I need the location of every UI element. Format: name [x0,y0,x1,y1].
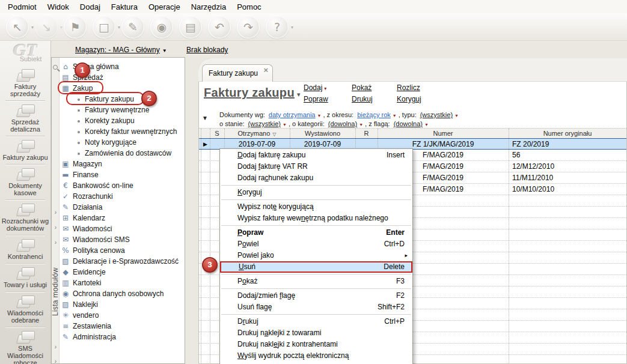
filter-link-wszystkie[interactable]: (wszystkie) [248,120,281,127]
tree-item-faktury-wewnetrzne[interactable]: Faktury wewnętrzne [60,105,185,115]
edit-document-button[interactable]: ✎ [121,16,144,38]
collapse-chevron-icon[interactable]: › [52,358,60,364]
column-header-oryginal[interactable]: Numer oryginału [509,129,626,138]
collapse-chevron-icon[interactable]: › [52,224,60,231]
action-dodaj[interactable]: Dodaj▾ [304,83,352,95]
collapse-chevron-icon[interactable]: › [52,239,60,246]
brak-blokady-link[interactable]: Brak blokady [186,46,228,54]
dropdown-caret-icon[interactable]: ▼ [317,114,321,118]
column-header-sel[interactable] [201,129,210,138]
module-faktury-sprzedazy[interactable]: Fakturysprzedaży [0,67,50,99]
action-drukuj[interactable]: Drukuj [352,95,397,106]
menu-item-usun[interactable]: UsuńDelete [220,261,412,273]
tree-item-administracja[interactable]: ✎Administracja [60,332,185,342]
tree-item-vendero[interactable]: ✳vendero [60,310,185,321]
module-dokumenty-kasowe[interactable]: Dokumentykasowe [0,166,50,198]
module-kontrahenci[interactable]: Kontrahenci [0,237,50,262]
dropdown-caret-icon[interactable]: ▼ [424,123,429,127]
action-koryguj[interactable]: Koryguj [397,95,439,106]
module-rozrachunki-wg-dokumentow[interactable]: Rozrachunki wgdokumentów [0,202,50,234]
tree-item-ochrona-danych-osobowych[interactable]: ◉Ochrona danych osobowych [60,288,185,299]
dropdown-caret-icon[interactable]: ▾ [31,25,34,30]
menu-item-wypisz-fakture-wewnetrzna-podatku-naleznego[interactable]: Wypisz fakturę wewnętrzną podatku należn… [220,213,412,224]
tree-item-kalendarz[interactable]: ⊞Kalendarz [60,213,185,223]
stamp-button[interactable]: ◉ [150,16,173,38]
menu-item-koryguj[interactable]: Koryguj [220,187,412,198]
tree-item-zestawienia[interactable]: ≡Zestawienia [60,321,185,332]
menubar-item-widok[interactable]: Widok [42,2,75,11]
receive-document-button[interactable]: ↷ [237,16,260,38]
action-pokaz[interactable]: Pokaż [352,83,397,95]
dropdown-caret-icon[interactable]: ▼ [283,123,287,127]
close-icon[interactable]: × [263,65,268,74]
tree-item-dzialania[interactable]: ✎Działania [60,202,185,213]
menu-item-drukuj[interactable]: DrukujCtrl+P [220,316,412,327]
tree-item-ewidencje[interactable]: ◆Ewidencje [60,267,185,278]
menu-item-dodaj-rachunek-zakupu[interactable]: Dodaj rachunek zakupu [220,172,412,184]
action-popraw[interactable]: Popraw [304,95,352,106]
menubar-item-pomoc[interactable]: Pomoc [231,2,266,11]
magazyn-selector-link[interactable]: Magazyn: - MAG - Główny▼ [75,46,167,54]
menu-item-dodaj-zmien-flage[interactable]: Dodaj/zmień flagęF2 [220,290,412,302]
filter-expander-icon[interactable]: ▼ [202,115,208,121]
menu-item-drukuj-naklejki-z-kontrahentami[interactable]: Drukuj naklejki z kontrahentami [220,339,412,350]
tree-item-deklaracje-i-e-sprawozdawczosc[interactable]: ▧Deklaracje i e-Sprawozdawczość [60,256,185,267]
dropdown-caret-icon[interactable]: ▾ [118,25,120,30]
pin-icon[interactable] [53,65,60,71]
tree-item-wiadomosci-sms[interactable]: ✉Wiadomości SMS [60,234,185,245]
menu-item-wyslij-wydruk-poczta-elektroniczna[interactable]: Wyślij wydruk pocztą elektroniczną [220,350,412,362]
column-header-r[interactable]: R [355,129,378,138]
menu-item-drukuj-naklejki-z-towarami[interactable]: Drukuj naklejki z towarami [220,327,412,339]
collapse-chevron-icon[interactable]: › [52,209,60,216]
help-button[interactable]: ?▾ [266,16,289,38]
tab-faktury-zakupu[interactable]: Faktury zakupu × [202,64,273,82]
column-header-wystawiono[interactable]: Wystawiono [290,129,355,138]
tree-item-noty-korygujace[interactable]: Noty korygujące [60,137,185,148]
action-rozlicz[interactable]: Rozlicz [397,83,439,95]
print-button[interactable]: ▤ [179,16,202,38]
menu-item-dodaj-fakture-zakupu[interactable]: Dodaj fakturę zakupuInsert [220,150,412,161]
new-document-button[interactable]: □▾ [93,16,115,38]
menubar-item-operacje[interactable]: Operacje [143,2,186,11]
menubar-item-faktura[interactable]: Faktura [106,2,143,11]
column-header-s[interactable]: S [210,129,224,138]
nav-back-button[interactable]: ↖▾ [6,16,29,38]
dropdown-caret-icon[interactable]: ▼ [359,123,363,127]
tree-item-kartoteki[interactable]: ▥Kartoteki [60,278,185,288]
menu-item-powiel[interactable]: PowielCtrl+D [220,238,412,250]
flag-button[interactable]: ⚑ [64,16,87,38]
page-title[interactable]: Faktury zakupu▾ [204,86,301,100]
module-wiadomosci-odebrane[interactable]: Wiadomościodebrane [0,294,50,326]
dropdown-caret-icon[interactable]: ▾ [291,25,293,30]
module-sms-wiadomosci-robocze[interactable]: SMSWiadomościrobocze [0,329,50,364]
send-document-button[interactable]: ↶ [208,16,231,38]
menu-item-wypisz-note-korygujaca[interactable]: Wypisz notę korygującą [220,201,412,213]
tree-item-korekty-zakupu[interactable]: Korekty zakupu [60,115,185,126]
menu-item-popraw[interactable]: PoprawEnter [220,227,412,238]
menu-item-dodaj-fakture-vat-rr[interactable]: Dodaj fakturę VAT RR [220,161,412,172]
tree-item-polityka-cenowa[interactable]: %Polityka cenowa [60,245,185,256]
tree-item-finanse[interactable]: ▬Finanse [60,169,185,180]
tree-item-bankowosc-on-line[interactable]: €Bankowość on-line [60,180,185,191]
menubar-item-podmiot[interactable]: Podmiot [2,2,42,11]
filter-link-dowolna[interactable]: (dowolna) [394,120,423,127]
tree-item-wiadomosci[interactable]: ✉Wiadomości [60,223,185,234]
collapse-chevron-icon[interactable]: › [52,344,60,350]
menu-item-powiel-jako[interactable]: Powiel jako▸ [220,250,412,261]
tree-item-korekty-faktur-wewnetrznych[interactable]: Korekty faktur wewnętrznych [60,126,185,137]
column-header-otrzymano[interactable]: Otrzymano▽ [224,129,290,138]
column-header-numer[interactable]: Numer [378,129,509,138]
module-faktury-zakupu[interactable]: Faktury zakupu [0,138,50,163]
filter-link-dowolna[interactable]: (dowolna) [328,120,357,127]
menubar-item-dodaj[interactable]: Dodaj [75,2,106,11]
tree-item-rozrachunki[interactable]: ✓Rozrachunki [60,191,185,202]
module-sprzedaz-detaliczna[interactable]: Sprzedażdetaliczna [0,103,50,135]
tree-item-naklejki[interactable]: ▨Naklejki [60,299,185,310]
module-towary-i-uslugi[interactable]: Towary i usługi [0,265,50,290]
menu-item-pokaz[interactable]: PokażF3 [220,276,412,287]
dropdown-caret-icon[interactable]: ▼ [393,114,397,118]
tree-item-magazyn[interactable]: ▣Magazyn [60,159,185,169]
menu-item-usun-flage[interactable]: Usuń flagęShift+F2 [220,302,412,313]
menubar-item-narzedzia[interactable]: Narzędzia [186,2,232,11]
dropdown-caret-icon[interactable]: ▼ [454,114,459,118]
